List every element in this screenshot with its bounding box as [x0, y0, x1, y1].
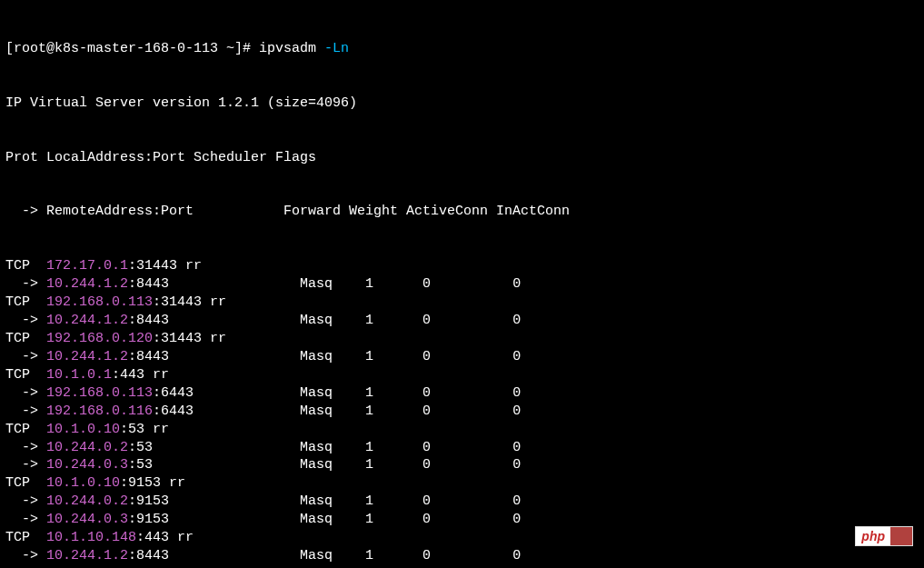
service-row: TCP 172.17.0.1:31443 rr: [5, 257, 919, 275]
service-port-sched: :31443 rr: [153, 331, 226, 346]
service-ip: 192.168.0.120: [46, 331, 153, 346]
version-line: IP Virtual Server version 1.2.1 (size=40…: [5, 95, 919, 113]
active-conn: 0: [422, 493, 512, 509]
service-row: TCP 10.1.10.148:443 rr: [5, 529, 919, 547]
service-port-sched: :31443 rr: [153, 294, 226, 310]
backend-ip: 10.244.1.2: [46, 349, 128, 364]
inactive-conn: 0: [512, 440, 521, 455]
active-conn: 0: [422, 440, 512, 455]
command-name: ipvsadm: [259, 41, 324, 56]
backend-row: -> 10.244.0.3:53 Masq 1 0 0: [5, 456, 919, 474]
backend-ip: 10.244.0.2: [46, 440, 128, 455]
backend-ip: 10.244.0.2: [46, 493, 128, 509]
inactive-conn: 0: [512, 457, 521, 473]
active-conn: 0: [422, 313, 512, 328]
protocol: TCP: [5, 294, 46, 310]
service-ip: 10.1.0.10: [46, 475, 120, 491]
inactive-conn: 0: [512, 313, 521, 328]
inactive-conn: 0: [512, 276, 521, 292]
service-ip: 10.1.0.10: [46, 422, 120, 437]
backend-ip: 192.168.0.116: [46, 404, 153, 419]
backend-port: :8443: [128, 313, 300, 328]
weight: 1: [365, 349, 422, 364]
backend-row: -> 10.244.0.2:9153 Masq 1 0 0: [5, 493, 919, 511]
backend-port: :6443: [153, 385, 300, 401]
backend-row: -> 10.244.1.2:8443 Masq 1 0 0: [5, 312, 919, 330]
command-line: [root@k8s-master-168-0-113 ~]# ipvsadm -…: [5, 40, 919, 58]
service-row: TCP 192.168.0.113:31443 rr: [5, 294, 919, 312]
shell-prompt: [root@k8s-master-168-0-113 ~]#: [5, 41, 259, 56]
cn-logo: [890, 527, 912, 545]
inactive-conn: 0: [512, 512, 521, 527]
weight: 1: [365, 512, 422, 527]
arrow-icon: ->: [5, 440, 46, 455]
arrow-icon: ->: [5, 349, 46, 364]
protocol: TCP: [5, 258, 46, 274]
protocol: TCP: [5, 530, 46, 545]
forward-method: Masq: [300, 457, 365, 473]
backend-port: :8443: [128, 349, 300, 364]
weight: 1: [365, 404, 422, 419]
forward-method: Masq: [300, 276, 365, 292]
weight: 1: [365, 276, 422, 292]
active-conn: 0: [422, 548, 512, 563]
weight: 1: [365, 548, 422, 563]
backend-ip: 10.244.1.2: [46, 276, 128, 292]
inactive-conn: 0: [512, 404, 521, 419]
ipvs-table-body: TCP 172.17.0.1:31443 rr -> 10.244.1.2:84…: [5, 257, 919, 568]
weight: 1: [365, 457, 422, 473]
protocol: TCP: [5, 367, 46, 383]
backend-row: -> 10.244.1.2:8443 Masq 1 0 0: [5, 275, 919, 294]
arrow-icon: ->: [5, 385, 46, 401]
service-port-sched: :443 rr: [112, 367, 169, 383]
protocol: TCP: [5, 331, 46, 346]
backend-row: -> 10.244.1.2:8443 Masq 1 0 0: [5, 547, 919, 565]
active-conn: 0: [422, 276, 512, 292]
weight: 1: [365, 440, 422, 455]
active-conn: 0: [422, 512, 512, 527]
backend-ip: 192.168.0.113: [46, 385, 153, 401]
service-ip: 10.1.10.148: [46, 530, 136, 545]
arrow-icon: ->: [5, 548, 46, 563]
active-conn: 0: [422, 385, 512, 401]
weight: 1: [365, 385, 422, 401]
arrow-icon: ->: [5, 404, 46, 419]
arrow-icon: ->: [5, 493, 46, 509]
active-conn: 0: [422, 404, 512, 419]
arrow-icon: ->: [5, 276, 46, 292]
forward-method: Masq: [300, 385, 365, 401]
service-ip: 10.1.0.1: [46, 367, 112, 383]
active-conn: 0: [422, 349, 512, 364]
command-arg: -Ln: [324, 41, 349, 56]
service-row: TCP 10.1.0.10:9153 rr: [5, 474, 919, 493]
protocol: TCP: [5, 422, 46, 437]
service-row: TCP 10.1.0.1:443 rr: [5, 366, 919, 384]
arrow-icon: ->: [5, 313, 46, 328]
weight: 1: [365, 313, 422, 328]
service-port-sched: :443 rr: [136, 530, 194, 545]
service-port-sched: :9153 rr: [120, 475, 185, 491]
active-conn: 0: [422, 457, 512, 473]
backend-ip: 10.244.0.3: [46, 512, 128, 527]
backend-port: :53: [128, 457, 300, 473]
backend-row: -> 192.168.0.116:6443 Masq 1 0 0: [5, 403, 919, 421]
backend-ip: 10.244.1.2: [46, 548, 128, 563]
protocol: TCP: [5, 475, 46, 491]
php-logo: php: [856, 527, 890, 546]
forward-method: Masq: [300, 493, 365, 509]
backend-port: :6443: [153, 404, 300, 419]
forward-method: Masq: [300, 313, 365, 328]
terminal-output: [root@k8s-master-168-0-113 ~]# ipvsadm -…: [5, 4, 919, 568]
backend-port: :53: [128, 440, 300, 455]
backend-ip: 10.244.1.2: [46, 313, 128, 328]
inactive-conn: 0: [512, 493, 521, 509]
backend-row: -> 192.168.0.113:6443 Masq 1 0 0: [5, 384, 919, 403]
backend-ip: 10.244.0.3: [46, 457, 128, 473]
backend-row: -> 10.244.1.2:8443 Masq 1 0 0: [5, 348, 919, 366]
table-header-2: -> RemoteAddress:Port Forward Weight Act…: [5, 203, 919, 221]
watermark-badge: php: [855, 526, 913, 546]
service-port-sched: :53 rr: [120, 422, 169, 437]
service-row: TCP 192.168.0.120:31443 rr: [5, 330, 919, 348]
arrow-icon: ->: [5, 512, 46, 527]
backend-row: -> 10.244.0.2:53 Masq 1 0 0: [5, 439, 919, 457]
